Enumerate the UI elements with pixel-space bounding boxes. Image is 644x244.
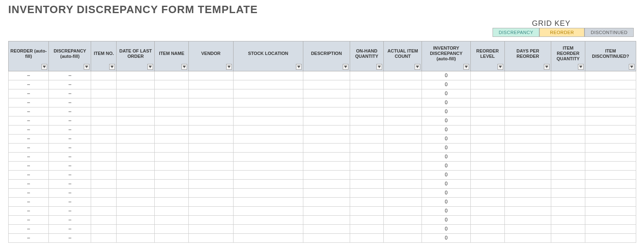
cell[interactable] (303, 143, 350, 152)
cell[interactable] (155, 215, 189, 224)
filter-dropdown-icon[interactable] (343, 64, 348, 70)
cell[interactable] (471, 71, 505, 80)
cell[interactable] (384, 125, 422, 134)
filter-dropdown-icon[interactable] (181, 64, 187, 70)
cell[interactable] (233, 80, 303, 89)
cell[interactable]: – (9, 152, 49, 161)
cell[interactable] (551, 206, 585, 215)
cell[interactable] (233, 197, 303, 206)
cell[interactable]: – (49, 161, 91, 170)
cell[interactable] (585, 152, 636, 161)
cell[interactable] (471, 206, 505, 215)
cell[interactable] (504, 170, 551, 179)
cell[interactable] (350, 152, 384, 161)
cell[interactable] (350, 116, 384, 125)
cell[interactable]: – (9, 197, 49, 206)
cell[interactable] (471, 215, 505, 224)
cell[interactable] (585, 179, 636, 188)
cell[interactable]: 0 (422, 80, 471, 89)
cell[interactable] (551, 161, 585, 170)
cell[interactable]: – (49, 98, 91, 107)
cell[interactable] (117, 170, 155, 179)
cell[interactable] (303, 125, 350, 134)
cell[interactable]: 0 (422, 224, 471, 233)
cell[interactable] (155, 143, 189, 152)
cell[interactable] (91, 215, 117, 224)
cell[interactable] (117, 152, 155, 161)
cell[interactable] (155, 134, 189, 143)
cell[interactable] (471, 116, 505, 125)
cell[interactable] (303, 98, 350, 107)
cell[interactable] (504, 224, 551, 233)
cell[interactable] (303, 71, 350, 80)
cell[interactable] (189, 224, 233, 233)
cell[interactable] (471, 134, 505, 143)
cell[interactable] (303, 197, 350, 206)
cell[interactable] (189, 161, 233, 170)
cell[interactable]: – (9, 224, 49, 233)
cell[interactable]: 0 (422, 152, 471, 161)
cell[interactable] (91, 206, 117, 215)
cell[interactable] (585, 215, 636, 224)
cell[interactable] (233, 224, 303, 233)
cell[interactable] (471, 152, 505, 161)
cell[interactable] (233, 188, 303, 197)
cell[interactable] (117, 107, 155, 116)
cell[interactable] (155, 179, 189, 188)
cell[interactable] (91, 197, 117, 206)
cell[interactable] (384, 170, 422, 179)
cell[interactable] (233, 152, 303, 161)
cell[interactable] (155, 161, 189, 170)
cell[interactable] (350, 206, 384, 215)
cell[interactable] (551, 188, 585, 197)
cell[interactable]: – (9, 134, 49, 143)
cell[interactable] (350, 143, 384, 152)
cell[interactable] (303, 89, 350, 98)
cell[interactable] (504, 206, 551, 215)
cell[interactable]: 0 (422, 134, 471, 143)
cell[interactable] (384, 179, 422, 188)
cell[interactable] (350, 125, 384, 134)
cell[interactable] (233, 161, 303, 170)
cell[interactable]: 0 (422, 98, 471, 107)
filter-dropdown-icon[interactable] (415, 64, 420, 70)
cell[interactable] (471, 179, 505, 188)
cell[interactable] (91, 80, 117, 89)
cell[interactable] (350, 188, 384, 197)
cell[interactable] (504, 80, 551, 89)
cell[interactable] (117, 134, 155, 143)
cell[interactable] (504, 161, 551, 170)
cell[interactable] (585, 188, 636, 197)
cell[interactable]: 0 (422, 71, 471, 80)
cell[interactable] (384, 224, 422, 233)
cell[interactable]: – (9, 206, 49, 215)
cell[interactable] (384, 215, 422, 224)
cell[interactable] (551, 107, 585, 116)
cell[interactable]: – (49, 116, 91, 125)
cell[interactable] (303, 179, 350, 188)
cell[interactable]: – (49, 71, 91, 80)
cell[interactable] (117, 116, 155, 125)
cell[interactable]: 0 (422, 125, 471, 134)
cell[interactable] (155, 206, 189, 215)
cell[interactable] (471, 233, 505, 242)
cell[interactable] (117, 161, 155, 170)
cell[interactable] (384, 143, 422, 152)
cell[interactable] (117, 188, 155, 197)
cell[interactable] (384, 89, 422, 98)
cell[interactable]: 0 (422, 89, 471, 98)
cell[interactable] (471, 170, 505, 179)
cell[interactable]: – (49, 215, 91, 224)
cell[interactable] (551, 143, 585, 152)
cell[interactable] (504, 116, 551, 125)
cell[interactable] (504, 152, 551, 161)
cell[interactable] (155, 152, 189, 161)
cell[interactable] (350, 224, 384, 233)
cell[interactable] (189, 80, 233, 89)
cell[interactable]: – (9, 98, 49, 107)
cell[interactable]: – (49, 89, 91, 98)
cell[interactable] (155, 107, 189, 116)
cell[interactable] (551, 125, 585, 134)
cell[interactable] (504, 188, 551, 197)
cell[interactable] (585, 224, 636, 233)
